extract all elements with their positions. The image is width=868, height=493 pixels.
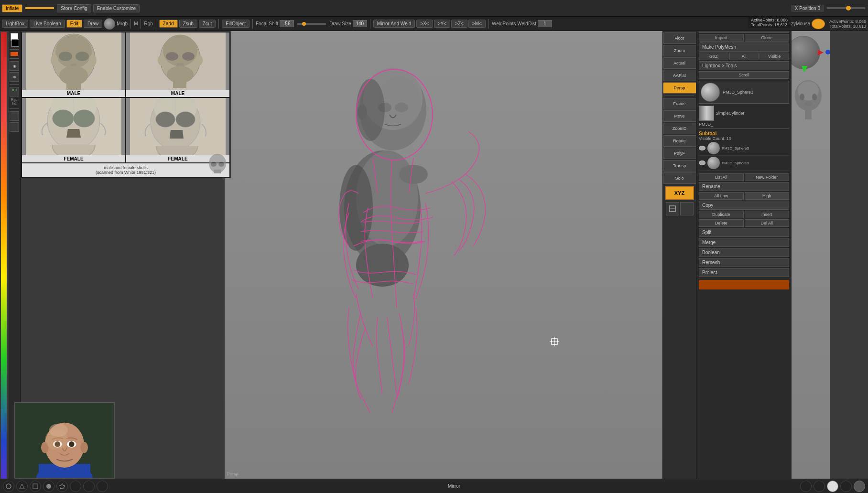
aaflat-button[interactable]: AAFlat xyxy=(663,70,696,81)
rename-button[interactable]: Rename xyxy=(699,182,789,191)
subtool-label: Subtool xyxy=(699,131,716,136)
mirror-label: Mirror xyxy=(445,483,463,489)
enable-customize-button[interactable]: Enable Customize xyxy=(93,4,140,12)
tool-btn-1[interactable]: ◉ xyxy=(10,61,19,71)
copy-button[interactable]: Copy xyxy=(699,201,789,210)
solo-button[interactable]: Solo xyxy=(663,172,696,184)
visible-button[interactable]: Visible xyxy=(760,53,789,60)
rotate-button[interactable]: Rotate xyxy=(663,135,696,147)
store-config-button[interactable]: Store Config xyxy=(57,4,91,12)
insert-button[interactable]: Insert xyxy=(745,211,790,218)
bottom-brush-white[interactable] xyxy=(827,481,838,492)
actual-button[interactable]: Actual xyxy=(663,57,696,69)
eye-icon-1[interactable] xyxy=(699,146,705,150)
x-position-slider[interactable] xyxy=(827,7,865,9)
focal-shift-slider[interactable] xyxy=(297,23,326,25)
zoom-button[interactable]: Zoom xyxy=(663,45,696,56)
polyf-button[interactable]: PolyF xyxy=(663,148,696,159)
divider2 xyxy=(10,58,19,59)
edit-button[interactable]: Edit xyxy=(66,20,82,28)
bottom-brush-1[interactable] xyxy=(800,481,812,492)
mirror-y-button[interactable]: >Y< xyxy=(434,20,450,28)
tool-btn-4[interactable] xyxy=(10,122,19,132)
svg-marker-84 xyxy=(59,483,65,489)
all-button[interactable]: All xyxy=(729,53,759,60)
bottom-btn-5[interactable] xyxy=(56,481,68,492)
bottom-btn-6[interactable] xyxy=(70,481,81,492)
zsub-button[interactable]: Zsub xyxy=(179,20,197,28)
separator2 xyxy=(141,19,141,29)
remesh-button[interactable]: Remesh xyxy=(699,258,789,267)
active-points-stat: ActivePoints: 8,066 xyxy=(751,18,788,22)
mirror-weld-button[interactable]: Mirror And Weld xyxy=(373,20,415,28)
zcut-button[interactable]: Zcut xyxy=(199,20,216,28)
import-button[interactable]: Import xyxy=(699,34,744,42)
clone-button[interactable]: Clone xyxy=(745,34,790,42)
new-folder-button[interactable]: New Folder xyxy=(745,173,790,181)
background-color[interactable] xyxy=(11,39,19,47)
separator6 xyxy=(370,19,370,29)
sidebar-icon-1[interactable] xyxy=(666,202,679,215)
fill-object-button[interactable]: FillObject xyxy=(222,20,250,28)
lightbox-button[interactable]: LightBox xyxy=(2,20,28,28)
transp-button[interactable]: Transp xyxy=(663,160,696,171)
live-boolean-button[interactable]: Live Boolean xyxy=(30,20,65,28)
duplicate-button[interactable]: Duplicate xyxy=(699,211,744,218)
delete-button[interactable]: Delete xyxy=(699,219,744,227)
mirror-x-button[interactable]: >X< xyxy=(416,20,433,28)
ref-label-female1: FEMALE xyxy=(22,155,125,162)
ref-image-female1 xyxy=(22,98,125,155)
list-all-button[interactable]: List All xyxy=(699,173,744,181)
xyz-button[interactable]: XYZ xyxy=(665,186,694,200)
gizmo-z-arrow xyxy=(802,66,807,73)
bottom-brush-3[interactable] xyxy=(840,481,852,492)
bottom-btn-8[interactable] xyxy=(97,481,108,492)
inflate-button[interactable]: Inflate xyxy=(2,4,22,12)
all-high-button[interactable]: High xyxy=(745,192,790,200)
tool-btn-3[interactable] xyxy=(10,111,19,121)
svg-rect-82 xyxy=(33,484,38,489)
del-all-button[interactable]: Del All xyxy=(745,219,790,227)
ref-grid: MALE MALE xyxy=(21,32,230,178)
separator7 xyxy=(488,19,489,29)
boolean-button[interactable]: Boolean xyxy=(699,248,789,257)
sidebar-icon-2[interactable] xyxy=(680,202,694,215)
stats-overlay: ActivePoints: 8,066 TotalPoints: 18,613 xyxy=(748,17,791,28)
tool-btn-2[interactable]: ⊕ xyxy=(10,72,19,82)
red-indicator xyxy=(11,52,18,56)
mirror-z-button[interactable]: >Z< xyxy=(451,20,467,28)
all-low-button[interactable]: All Low xyxy=(699,192,744,200)
lazy-mouse-toggle[interactable] xyxy=(812,19,825,29)
cylinder-label: SimpleCylinder xyxy=(716,111,745,116)
eye-icon-2[interactable] xyxy=(699,161,705,165)
frame-button[interactable]: Frame xyxy=(663,98,696,109)
move-button[interactable]: Move xyxy=(663,110,696,122)
zoomd-button[interactable]: ZoomD xyxy=(663,123,696,134)
ref-label-male1: MALE xyxy=(22,90,125,97)
bottom-btn-2[interactable] xyxy=(16,481,28,492)
scroll-button[interactable]: Scroll xyxy=(699,71,789,79)
split-button[interactable]: Split xyxy=(699,228,789,237)
cursor-indicator xyxy=(550,337,559,346)
bottom-brush-2[interactable] xyxy=(814,481,825,492)
lightbox-tools-button[interactable]: Lightbox > Tools xyxy=(699,61,789,70)
bottom-brush-4[interactable] xyxy=(854,481,865,492)
bottom-btn-1[interactable] xyxy=(3,481,14,492)
project-button[interactable]: Project xyxy=(699,268,789,277)
goz-button[interactable]: GoZ xyxy=(699,53,728,60)
make-polymesh-button[interactable]: Make PolyMesh xyxy=(699,43,789,52)
subtool-name-2: PM3D_Sphere3 xyxy=(722,161,749,165)
draw-size-value: 140 xyxy=(353,20,367,27)
inflate-slider[interactable] xyxy=(25,7,54,9)
zadd-button[interactable]: Zadd xyxy=(159,20,178,28)
merge-button[interactable]: Merge xyxy=(699,238,789,247)
bottom-btn-4[interactable] xyxy=(43,481,54,492)
floor-button[interactable]: Floor xyxy=(663,32,696,44)
persp-button[interactable]: Persp xyxy=(663,82,696,94)
color-gradient[interactable] xyxy=(1,32,7,493)
draw-button[interactable]: Draw xyxy=(84,20,102,28)
webcam-svg xyxy=(15,402,114,479)
bottom-btn-7[interactable] xyxy=(83,481,95,492)
mirror-m-button[interactable]: >M< xyxy=(468,20,486,28)
bottom-btn-3[interactable] xyxy=(30,481,41,492)
